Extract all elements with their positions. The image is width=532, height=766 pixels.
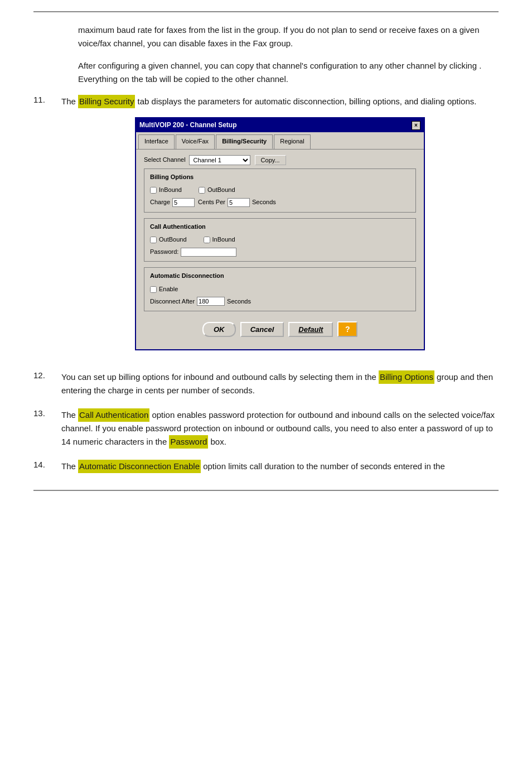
select-channel-label: Select Channel	[144, 155, 186, 165]
inbound-billing-checkbox[interactable]	[150, 187, 157, 194]
dialog-wrapper: MultiVOIP 200 - Channel Setup × Interfac…	[61, 117, 499, 350]
tab-regional[interactable]: Regional	[274, 134, 310, 149]
inbound-billing-label: InBound	[159, 185, 182, 195]
tab-billing-security[interactable]: Billing/Security	[216, 134, 273, 149]
billing-options-section: Billing Options InBound OutBound	[144, 168, 416, 213]
copy-button[interactable]: Copy...	[255, 155, 286, 165]
disconnect-after-label: Disconnect After	[150, 297, 195, 307]
charge-input[interactable]	[172, 198, 195, 207]
seconds-label-billing: Seconds	[252, 197, 276, 208]
password-input[interactable]	[181, 248, 236, 257]
inbound-billing-checkbox-item: InBound	[150, 185, 182, 195]
list-item-13: 13. The Call Authentication option enabl…	[33, 408, 499, 449]
list-item-12: 12. You can set up billing options for i…	[33, 370, 499, 397]
cancel-button[interactable]: Cancel	[240, 322, 284, 337]
intro-paragraph-1: maximum baud rate for faxes from the lis…	[78, 23, 499, 50]
outbound-auth-checkbox-item: OutBound	[150, 235, 187, 245]
channel-select[interactable]: Channel 1	[189, 155, 250, 165]
list-item-14: 14. The Automatic Disconnection Enable o…	[33, 460, 499, 473]
help-button[interactable]: ?	[337, 321, 357, 337]
dialog-close-button[interactable]: ×	[412, 121, 420, 130]
disconnect-after-row: Disconnect After Seconds	[150, 297, 410, 307]
item-number-12: 12.	[33, 370, 61, 397]
enable-checkbox[interactable]	[150, 286, 157, 293]
password-ref: Password	[169, 435, 208, 449]
call-authentication-ref: Call Authentication	[78, 408, 149, 422]
outbound-billing-label: OutBound	[207, 185, 235, 195]
item-number-14: 14.	[33, 460, 61, 473]
call-auth-checkboxes: OutBound InBound	[150, 235, 410, 245]
auto-disconnect-label: Automatic Disconnection	[150, 271, 410, 281]
billing-options-label: Billing Options	[150, 172, 410, 182]
bottom-divider	[33, 490, 499, 491]
enable-checkbox-item: Enable	[150, 285, 178, 295]
cents-per-label: Cents Per	[198, 197, 225, 208]
outbound-auth-checkbox[interactable]	[150, 237, 157, 243]
password-row: Password:	[150, 247, 410, 257]
enable-row: Enable	[150, 285, 410, 295]
inbound-auth-checkbox[interactable]	[204, 237, 210, 243]
charge-label: Charge	[150, 197, 170, 208]
outbound-billing-checkbox[interactable]	[199, 187, 205, 194]
seconds-label-disconnect: Seconds	[227, 297, 251, 307]
item-content-11: The Billing Security tab displays the pa…	[61, 95, 499, 359]
item-number-11: 11.	[33, 95, 61, 359]
auto-disconnect-section: Automatic Disconnection Enable Disconnec…	[144, 267, 416, 311]
channel-setup-dialog: MultiVOIP 200 - Channel Setup × Interfac…	[135, 117, 425, 350]
dialog-footer: OK Cancel Default ?	[144, 317, 416, 344]
item-content-13: The Call Authentication option enables p…	[61, 408, 499, 449]
item-number-13: 13.	[33, 408, 61, 449]
list-item-11: 11. The Billing Security tab displays th…	[33, 95, 499, 359]
cents-per-input[interactable]	[228, 198, 250, 207]
dialog-titlebar: MultiVOIP 200 - Channel Setup ×	[136, 118, 424, 132]
item-content-14: The Automatic Disconnection Enable optio…	[61, 460, 499, 473]
item-text-11: The Billing Security tab displays the pa…	[61, 97, 476, 106]
billing-security-highlight: Billing Security	[78, 95, 135, 108]
default-button[interactable]: Default	[288, 322, 333, 337]
tab-voicefax[interactable]: Voice/Fax	[176, 134, 215, 149]
billing-options-ref: Billing Options	[379, 370, 434, 384]
select-channel-row: Select Channel Channel 1 Copy...	[144, 155, 416, 165]
dialog-body: Select Channel Channel 1 Copy... Billing…	[136, 150, 424, 349]
billing-options-checkboxes: InBound OutBound	[150, 185, 410, 195]
inbound-auth-checkbox-item: InBound	[204, 235, 235, 245]
dialog-tabs: Interface Voice/Fax Billing/Security Reg…	[136, 132, 424, 150]
dialog-title: MultiVOIP 200 - Channel Setup	[139, 120, 236, 131]
outbound-billing-checkbox-item: OutBound	[199, 185, 235, 195]
auto-disconnect-ref: Automatic Disconnection Enable	[78, 460, 201, 473]
intro-paragraph-2: After configuring a given channel, you c…	[78, 59, 499, 86]
outbound-auth-label: OutBound	[159, 235, 187, 245]
ok-button[interactable]: OK	[202, 322, 236, 337]
item-content-12: You can set up billing options for inbou…	[61, 370, 499, 397]
disconnect-after-input[interactable]	[197, 297, 225, 306]
billing-values-row: Charge Cents Per Seconds	[150, 197, 410, 208]
password-label: Password:	[150, 247, 178, 257]
call-auth-label: Call Authentication	[150, 222, 410, 232]
call-authentication-section: Call Authentication OutBound InBound	[144, 218, 416, 262]
tab-interface[interactable]: Interface	[138, 134, 175, 149]
enable-label: Enable	[159, 285, 178, 295]
inbound-auth-label: InBound	[212, 235, 235, 245]
top-divider	[33, 11, 499, 12]
